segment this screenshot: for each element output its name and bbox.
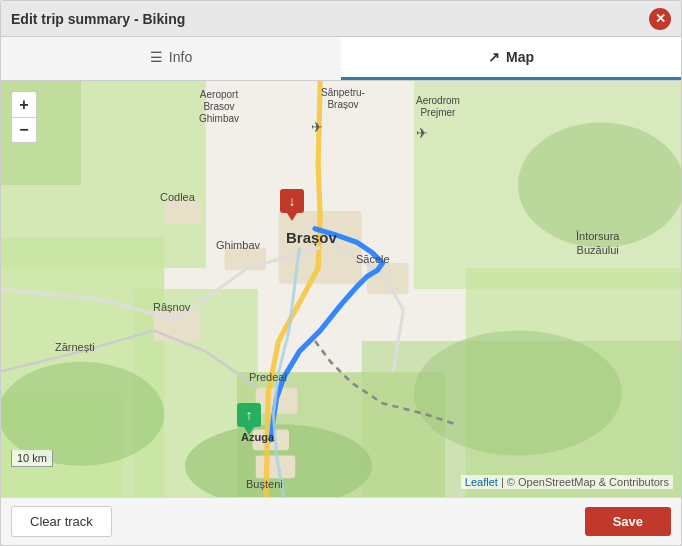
svg-rect-17	[154, 310, 201, 341]
window-title: Edit trip summary - Biking	[11, 11, 185, 27]
tab-map[interactable]: ↗ Map	[341, 37, 681, 80]
leaflet-link[interactable]: Leaflet	[465, 476, 498, 488]
zoom-controls: + −	[11, 91, 37, 143]
sanpetru-label: Sânpetru-Brașov	[321, 87, 365, 111]
busteni-label: Bușteni	[246, 478, 283, 490]
start-marker-tail	[244, 427, 254, 435]
tab-info-label: Info	[169, 49, 192, 65]
codiea-label: Codlea	[160, 191, 195, 203]
end-marker-tail	[287, 213, 297, 221]
brasov-label: Brașov	[286, 229, 337, 246]
sacele-label: Săcele	[356, 253, 390, 265]
attribution-separator: | © OpenStreetMap & Contributors	[501, 476, 669, 488]
map-tab-icon: ↗	[488, 49, 500, 65]
end-marker-box: ↓	[280, 189, 304, 213]
map-attribution: Leaflet | © OpenStreetMap & Contributors	[461, 475, 673, 489]
ghimbav-label: Ghimbav	[216, 239, 260, 251]
tab-bar: ☰ Info ↗ Map	[1, 37, 681, 81]
scale-label: 10 km	[17, 452, 47, 464]
zoom-in-button[interactable]: +	[11, 91, 37, 117]
start-marker-box: ↑	[237, 403, 261, 427]
edit-trip-window: Edit trip summary - Biking ✕ ☰ Info ↗ Ma…	[0, 0, 682, 546]
predeal-label: Predeal	[249, 371, 287, 383]
svg-rect-20	[164, 201, 200, 224]
svg-point-14	[414, 331, 622, 456]
scale-bar: 10 km	[11, 450, 53, 467]
tab-info[interactable]: ☰ Info	[1, 37, 341, 80]
rasnov-label: Râșnov	[153, 301, 190, 313]
plane-icon-sanpetru: ✈	[311, 119, 323, 135]
attribution-text: Leaflet | © OpenStreetMap & Contributors	[465, 476, 669, 488]
start-marker: ↑	[237, 403, 261, 435]
footer: Clear track Save	[1, 497, 681, 545]
clear-track-button[interactable]: Clear track	[11, 506, 112, 537]
aerodrom-label: AerodromPrejmer	[416, 95, 460, 119]
end-marker: ↓	[280, 189, 304, 221]
title-bar: Edit trip summary - Biking ✕	[1, 1, 681, 37]
close-button[interactable]: ✕	[649, 8, 671, 30]
map-container[interactable]: AeroportBrasovGhimbav Sânpetru-Brașov Ae…	[1, 81, 681, 497]
airport-label-brasov: AeroportBrasovGhimbav	[199, 89, 239, 125]
plane-icon-prejmer: ✈	[416, 125, 428, 141]
tab-map-label: Map	[506, 49, 534, 65]
svg-rect-19	[256, 455, 296, 478]
zoom-out-button[interactable]: −	[11, 117, 37, 143]
save-button[interactable]: Save	[585, 507, 671, 536]
info-tab-icon: ☰	[150, 49, 163, 65]
intorsura-label: ÎntorsuraBuzăului	[576, 229, 619, 258]
zarnesti-label: Zărnești	[55, 341, 95, 353]
